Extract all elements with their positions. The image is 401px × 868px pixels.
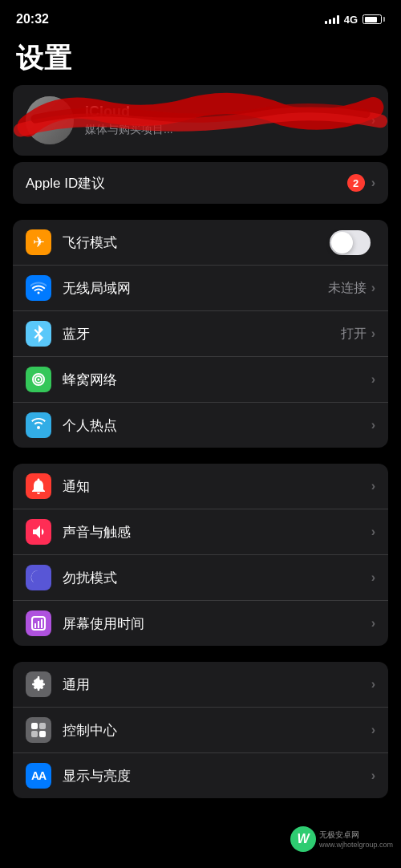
- hotspot-item[interactable]: 个人热点 ›: [13, 403, 388, 448]
- dnd-label: 勿扰模式: [63, 569, 371, 587]
- svg-rect-7: [31, 723, 38, 729]
- controlcenter-icon: [26, 717, 51, 743]
- hotspot-icon: [26, 412, 51, 438]
- svg-rect-5: [38, 621, 39, 628]
- notifications-chevron: ›: [371, 479, 375, 493]
- svg-rect-8: [39, 723, 46, 729]
- watermark-logo: W: [290, 826, 316, 852]
- profile-subtitle: 媒体与购买项目...: [85, 123, 371, 137]
- display-icon: AA: [26, 763, 51, 789]
- dnd-chevron: ›: [371, 570, 375, 585]
- status-bar: 20:32 4G: [0, 0, 401, 35]
- general-label: 通用: [63, 675, 371, 694]
- svg-rect-10: [39, 731, 46, 737]
- general-item[interactable]: 通用 ›: [13, 662, 388, 708]
- general-icon: [26, 671, 51, 697]
- cellular-icon: [26, 367, 51, 392]
- wifi-chevron: ›: [371, 281, 375, 295]
- signal-icon: [325, 14, 339, 24]
- bluetooth-icon: [26, 321, 51, 347]
- battery-icon: [363, 14, 385, 24]
- profile-chevron: ›: [371, 113, 375, 128]
- watermark-url: www.wjhotelgroup.com: [319, 841, 393, 849]
- sounds-item[interactable]: 声音与触感 ›: [13, 509, 388, 555]
- apple-id-chevron: ›: [371, 176, 375, 190]
- notifications-icon: [26, 473, 51, 499]
- svg-rect-9: [31, 731, 38, 737]
- display-chevron: ›: [371, 769, 375, 783]
- wifi-item[interactable]: 无线局域网 未连接 ›: [13, 266, 388, 311]
- watermark: W 无极安卓网 www.wjhotelgroup.com: [290, 826, 393, 852]
- controlcenter-chevron: ›: [371, 723, 375, 737]
- airplane-label: 飞行模式: [63, 233, 330, 252]
- hotspot-label: 个人热点: [63, 416, 371, 435]
- network-type: 4G: [344, 14, 358, 26]
- dnd-item[interactable]: 勿扰模式 ›: [13, 555, 388, 601]
- apple-id-suggestions-item[interactable]: Apple ID建议 2 ›: [13, 162, 388, 204]
- general-chevron: ›: [371, 677, 375, 692]
- profile-item[interactable]: iCloud 媒体与购买项目... ›: [13, 85, 388, 156]
- wifi-icon: [26, 275, 51, 301]
- airplane-mode-item[interactable]: ✈ 飞行模式: [13, 220, 388, 266]
- page-title: 设置: [0, 35, 401, 85]
- status-icons: 4G: [325, 14, 385, 26]
- airplane-icon: ✈: [26, 229, 51, 255]
- controlcenter-label: 控制中心: [63, 721, 371, 740]
- apple-id-badge: 2: [347, 174, 365, 192]
- notifications-label: 通知: [63, 477, 371, 496]
- svg-rect-4: [34, 623, 36, 628]
- display-item[interactable]: AA 显示与亮度 ›: [13, 753, 388, 798]
- watermark-name: 无极安卓网: [319, 829, 393, 841]
- controlcenter-item[interactable]: 控制中心 ›: [13, 708, 388, 753]
- svg-rect-6: [41, 619, 43, 628]
- notification-section: 通知 › 声音与触感 › 勿扰模式 ›: [13, 464, 388, 646]
- cellular-label: 蜂窝网络: [63, 371, 371, 389]
- avatar: [26, 96, 74, 144]
- screentime-icon: [26, 610, 51, 636]
- profile-info: iCloud 媒体与购买项目...: [85, 103, 371, 137]
- bluetooth-chevron: ›: [371, 327, 375, 341]
- cellular-item[interactable]: 蜂窝网络 ›: [13, 357, 388, 403]
- apple-id-label: Apple ID建议: [26, 174, 347, 193]
- general-section: 通用 › 控制中心 › AA 显示与亮度 ›: [13, 662, 388, 798]
- airplane-toggle[interactable]: [330, 230, 371, 255]
- bluetooth-label: 蓝牙: [63, 325, 341, 343]
- screentime-label: 屏幕使用时间: [63, 614, 371, 633]
- network-section: ✈ 飞行模式 无线局域网 未连接 › 蓝牙 打开 ›: [13, 220, 388, 448]
- dnd-icon: [26, 565, 51, 590]
- sounds-chevron: ›: [371, 525, 375, 539]
- hotspot-chevron: ›: [371, 418, 375, 432]
- profile-name: iCloud: [85, 103, 371, 120]
- screentime-item[interactable]: 屏幕使用时间 ›: [13, 601, 388, 646]
- screentime-chevron: ›: [371, 616, 375, 631]
- status-time: 20:32: [16, 12, 49, 26]
- bluetooth-value: 打开: [341, 326, 367, 343]
- apple-id-section[interactable]: Apple ID建议 2 ›: [13, 162, 388, 204]
- notifications-item[interactable]: 通知 ›: [13, 464, 388, 509]
- sounds-icon: [26, 519, 51, 545]
- svg-point-2: [38, 379, 40, 381]
- profile-section[interactable]: iCloud 媒体与购买项目... ›: [13, 85, 388, 156]
- sounds-label: 声音与触感: [63, 523, 371, 541]
- wifi-label: 无线局域网: [63, 279, 328, 298]
- cellular-chevron: ›: [371, 372, 375, 387]
- bluetooth-item[interactable]: 蓝牙 打开 ›: [13, 311, 388, 357]
- wifi-value: 未连接: [328, 280, 367, 297]
- display-label: 显示与亮度: [63, 767, 371, 785]
